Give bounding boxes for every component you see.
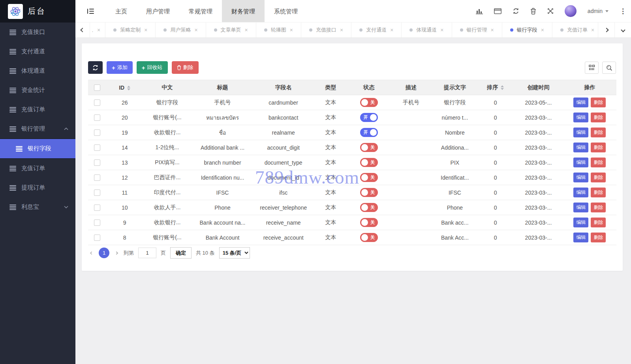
- sidebar-item[interactable]: 充值订单: [0, 159, 75, 178]
- row-checkbox[interactable]: [94, 190, 100, 196]
- kebab-menu-icon[interactable]: ⋮: [620, 8, 626, 15]
- sidebar-subitem[interactable]: 银行字段: [0, 139, 75, 158]
- row-delete-button[interactable]: 删除: [591, 203, 606, 212]
- row-delete-button[interactable]: 删除: [591, 113, 606, 122]
- close-icon[interactable]: ×: [97, 27, 100, 33]
- edit-button[interactable]: 编辑: [573, 158, 588, 167]
- tab-item[interactable]: 轮播图×: [256, 23, 301, 38]
- tab-item[interactable]: 体现通道×: [401, 23, 451, 38]
- nav-item[interactable]: 系统管理: [265, 0, 307, 22]
- fullscreen-icon[interactable]: [547, 8, 554, 14]
- row-delete-button[interactable]: 删除: [591, 173, 606, 182]
- status-toggle[interactable]: 关: [360, 188, 378, 197]
- row-checkbox[interactable]: [94, 174, 100, 181]
- confirm-button[interactable]: 确定: [170, 247, 192, 259]
- select-all-checkbox[interactable]: [94, 84, 100, 91]
- tabs-scroll-right-button[interactable]: [598, 23, 614, 38]
- sidebar-item[interactable]: 体现通道: [0, 61, 75, 81]
- tabs-menu-button[interactable]: [614, 23, 631, 38]
- status-toggle[interactable]: 关: [360, 173, 378, 182]
- close-icon[interactable]: ×: [541, 27, 544, 33]
- edit-button[interactable]: 编辑: [573, 128, 588, 137]
- tab-item[interactable]: 充值订单×: [552, 23, 598, 38]
- edit-button[interactable]: 编辑: [573, 233, 588, 242]
- row-checkbox[interactable]: [94, 205, 100, 211]
- prev-page-button[interactable]: [89, 250, 94, 256]
- goto-page-input[interactable]: [138, 248, 156, 258]
- refresh-button[interactable]: [88, 61, 103, 74]
- close-icon[interactable]: ×: [290, 27, 293, 33]
- tabs-scroll-left-button[interactable]: [75, 23, 90, 38]
- refresh-icon[interactable]: [513, 8, 519, 14]
- status-toggle[interactable]: 关: [360, 218, 378, 227]
- edit-button[interactable]: 编辑: [573, 173, 588, 182]
- sidebar-item[interactable]: 提现订单: [0, 178, 75, 197]
- edit-button[interactable]: 编辑: [573, 218, 588, 227]
- search-button[interactable]: [602, 62, 616, 74]
- status-toggle[interactable]: 开: [360, 128, 378, 137]
- row-checkbox[interactable]: [94, 114, 100, 121]
- bar-chart-icon[interactable]: [476, 8, 483, 14]
- status-toggle[interactable]: 关: [360, 98, 378, 107]
- tab-item[interactable]: 策略定制×: [105, 23, 155, 38]
- tab-item[interactable]: …×: [90, 23, 105, 38]
- nav-item[interactable]: 主页: [106, 0, 137, 22]
- row-delete-button[interactable]: 删除: [591, 188, 606, 197]
- row-checkbox[interactable]: [94, 99, 100, 106]
- sidebar-item[interactable]: 充值订单: [0, 100, 75, 119]
- sidebar-item[interactable]: 银行管理: [0, 119, 75, 139]
- page-1-button[interactable]: 1: [99, 248, 109, 258]
- close-icon[interactable]: ×: [591, 27, 594, 33]
- sidebar-item[interactable]: 支付通道: [0, 42, 75, 61]
- next-page-button[interactable]: [114, 250, 119, 256]
- sidebar-toggle-button[interactable]: [87, 8, 94, 14]
- recycle-bin-button[interactable]: + 回收站: [137, 61, 168, 74]
- close-icon[interactable]: ×: [194, 27, 197, 33]
- edit-button[interactable]: 编辑: [573, 203, 588, 212]
- close-icon[interactable]: ×: [340, 27, 343, 33]
- row-delete-button[interactable]: 删除: [591, 128, 606, 137]
- row-delete-button[interactable]: 删除: [591, 98, 606, 107]
- row-checkbox[interactable]: [94, 235, 100, 241]
- credit-card-icon[interactable]: [494, 8, 501, 14]
- row-delete-button[interactable]: 删除: [591, 218, 606, 227]
- sort-icon[interactable]: [127, 86, 130, 90]
- columns-toggle-button[interactable]: [585, 62, 599, 74]
- tab-item[interactable]: 文章单页×: [206, 23, 256, 38]
- tab-item[interactable]: 银行管理×: [452, 23, 502, 38]
- row-checkbox[interactable]: [94, 129, 100, 136]
- edit-button[interactable]: 编辑: [573, 143, 588, 152]
- page-size-select[interactable]: 15 条/页: [219, 247, 250, 259]
- sidebar-item[interactable]: 资金统计: [0, 81, 75, 100]
- edit-button[interactable]: 编辑: [573, 188, 588, 197]
- avatar[interactable]: [565, 5, 577, 17]
- row-checkbox[interactable]: [94, 144, 100, 151]
- row-checkbox[interactable]: [94, 220, 100, 226]
- tab-item[interactable]: 支付通道×: [351, 23, 401, 38]
- row-delete-button[interactable]: 删除: [591, 158, 606, 167]
- row-delete-button[interactable]: 删除: [591, 143, 606, 152]
- nav-item[interactable]: 用户管理: [137, 0, 179, 22]
- edit-button[interactable]: 编辑: [573, 98, 588, 107]
- close-icon[interactable]: ×: [144, 27, 147, 33]
- nav-item[interactable]: 常规管理: [179, 0, 222, 22]
- delete-button[interactable]: 删除: [172, 61, 199, 74]
- nav-item[interactable]: 财务管理: [222, 0, 265, 22]
- tab-item[interactable]: 充值接口×: [301, 23, 351, 38]
- status-toggle[interactable]: 关: [360, 233, 378, 242]
- status-toggle[interactable]: 关: [360, 143, 378, 152]
- trash-icon[interactable]: [530, 8, 536, 15]
- close-icon[interactable]: ×: [491, 27, 494, 33]
- user-menu[interactable]: admin: [588, 8, 608, 14]
- edit-button[interactable]: 编辑: [573, 113, 588, 122]
- tab-item[interactable]: 银行字段×: [502, 23, 552, 38]
- row-checkbox[interactable]: [94, 159, 100, 166]
- close-icon[interactable]: ×: [440, 27, 443, 33]
- status-toggle[interactable]: 关: [360, 158, 378, 167]
- row-delete-button[interactable]: 删除: [591, 233, 606, 242]
- status-toggle[interactable]: 开: [360, 113, 378, 122]
- close-icon[interactable]: ×: [245, 27, 248, 33]
- status-toggle[interactable]: 关: [360, 203, 378, 212]
- tab-item[interactable]: 用户策略×: [155, 23, 205, 38]
- sidebar-item[interactable]: 充值接口: [0, 23, 75, 42]
